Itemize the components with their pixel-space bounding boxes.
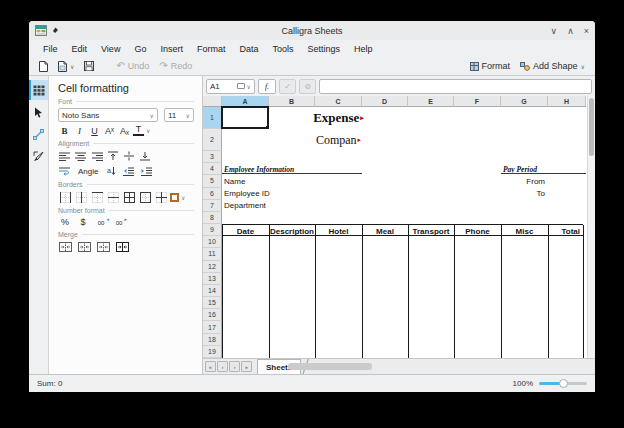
cell-reference-combo[interactable]: A1 ∨ — [206, 79, 255, 94]
align-center-horizontal-button[interactable] — [74, 150, 88, 162]
calligraphy-tool-button[interactable] — [29, 146, 48, 166]
border-color-chevron-icon[interactable]: ∨ — [181, 194, 185, 201]
menu-insert[interactable]: Insert — [154, 42, 189, 56]
minimize-button[interactable]: ∨ — [551, 26, 558, 36]
row-header-3[interactable]: 3 — [203, 151, 222, 163]
border-outer-button[interactable] — [138, 191, 152, 203]
cancel-formula-button[interactable]: ⊘ — [299, 79, 316, 94]
spreadsheet-grid[interactable]: ABCDEFGH12345678910111213141516171819Exp… — [203, 96, 595, 358]
redo-button[interactable]: ↷ Redo — [156, 60, 195, 72]
row-header-2[interactable]: 2 — [203, 129, 222, 151]
maximize-button[interactable]: ∧ — [567, 26, 574, 36]
border-center-vertical-button[interactable] — [74, 191, 88, 203]
row-header-7[interactable]: 7 — [203, 200, 222, 212]
column-header-H[interactable]: H — [548, 96, 586, 107]
row-header-6[interactable]: 6 — [203, 188, 222, 200]
open-chevron-icon[interactable]: ∨ — [70, 63, 74, 70]
menu-data[interactable]: Data — [233, 42, 264, 56]
vertical-scrollbar[interactable] — [587, 96, 595, 358]
border-inner-vertical-button[interactable] — [154, 191, 168, 203]
align-center-vertical-button[interactable] — [122, 150, 136, 162]
select-all-corner[interactable] — [203, 96, 222, 107]
wrap-text-button[interactable] — [58, 165, 72, 177]
row-header-11[interactable]: 11 — [203, 248, 222, 260]
menu-edit[interactable]: Edit — [66, 42, 94, 56]
text-color-chevron-icon[interactable]: ∨ — [146, 127, 150, 134]
row-header-8[interactable]: 8 — [203, 212, 222, 224]
previous-sheet-button[interactable]: ‹ — [217, 361, 228, 372]
insert-function-button[interactable]: f. — [258, 79, 276, 94]
format-button[interactable]: Format — [467, 60, 514, 72]
selection-tool-button[interactable] — [29, 102, 48, 122]
row-header-17[interactable]: 17 — [203, 321, 222, 333]
row-header-1[interactable]: 1 — [203, 107, 222, 129]
zoom-slider[interactable] — [539, 379, 587, 388]
horizontal-scrollbar-thumb[interactable] — [288, 363, 372, 370]
next-sheet-button[interactable]: › — [229, 361, 240, 372]
row-header-10[interactable]: 10 — [203, 236, 222, 248]
unmerge-cells-button[interactable] — [115, 241, 129, 253]
row-header-18[interactable]: 18 — [203, 334, 222, 346]
menu-tools[interactable]: Tools — [266, 42, 299, 56]
decrease-decimal-button[interactable]: 00▸ — [112, 217, 126, 227]
increase-decimal-button[interactable]: 00◂ — [94, 217, 108, 227]
vertical-scrollbar-thumb[interactable] — [589, 98, 594, 156]
row-header-19[interactable]: 19 — [203, 346, 222, 358]
column-header-G[interactable]: G — [501, 96, 548, 107]
menu-help[interactable]: Help — [348, 42, 379, 56]
currency-format-button[interactable]: $ — [76, 217, 90, 227]
border-inner-horizontal-button[interactable] — [106, 191, 120, 203]
merge-horizontal-button[interactable] — [77, 241, 91, 253]
border-all-button[interactable] — [122, 191, 136, 203]
align-bottom-button[interactable] — [138, 150, 152, 162]
add-shape-button[interactable]: Add Shape ∨ — [517, 60, 588, 72]
row-header-9[interactable]: 9 — [203, 224, 222, 236]
align-left-button[interactable] — [58, 150, 72, 162]
undo-button[interactable]: ↶ Undo — [113, 60, 152, 72]
menu-file[interactable]: File — [37, 42, 64, 56]
row-header-4[interactable]: 4 — [203, 163, 222, 175]
row-header-15[interactable]: 15 — [203, 297, 222, 309]
superscript-button[interactable]: Aˣ — [103, 126, 116, 136]
apply-formula-button[interactable]: ✓ — [279, 79, 296, 94]
column-header-C[interactable]: C — [315, 96, 362, 107]
indent-less-button[interactable] — [122, 165, 136, 177]
column-header-E[interactable]: E — [408, 96, 454, 107]
selection-fill-handle[interactable] — [266, 126, 269, 129]
close-button[interactable]: × — [584, 26, 589, 36]
menu-go[interactable]: Go — [128, 42, 152, 56]
align-right-button[interactable] — [90, 150, 104, 162]
merge-cells-button[interactable] — [58, 241, 72, 253]
subscript-button[interactable]: Aₓ — [118, 126, 131, 136]
menu-format[interactable]: Format — [191, 42, 232, 56]
row-header-16[interactable]: 16 — [203, 309, 222, 321]
text-color-button[interactable]: T — [133, 125, 144, 136]
row-header-5[interactable]: 5 — [203, 175, 222, 187]
indent-more-button[interactable] — [140, 165, 154, 177]
font-family-select[interactable]: Noto Sans ∨ — [58, 108, 158, 122]
first-sheet-button[interactable]: « — [205, 361, 216, 372]
italic-button[interactable]: I — [73, 126, 86, 136]
column-header-B[interactable]: B — [269, 96, 315, 107]
menu-view[interactable]: View — [95, 42, 126, 56]
angle-button[interactable]: Angle — [76, 167, 100, 176]
font-size-select[interactable]: 11 ∨ — [164, 108, 194, 122]
cell-tool-button[interactable] — [29, 80, 48, 100]
border-color-button[interactable] — [170, 193, 179, 202]
column-header-F[interactable]: F — [454, 96, 501, 107]
underline-button[interactable]: U — [88, 126, 101, 136]
percent-format-button[interactable]: % — [58, 217, 72, 227]
last-sheet-button[interactable]: » — [241, 361, 252, 372]
align-top-button[interactable] — [106, 150, 120, 162]
row-header-13[interactable]: 13 — [203, 273, 222, 285]
pin-icon[interactable] — [51, 27, 59, 35]
zoom-slider-handle[interactable] — [559, 379, 568, 388]
row-header-12[interactable]: 12 — [203, 261, 222, 273]
new-document-button[interactable] — [36, 60, 51, 73]
border-left-right-button[interactable] — [58, 191, 72, 203]
selected-cell-A1[interactable] — [221, 106, 269, 129]
row-header-14[interactable]: 14 — [203, 285, 222, 297]
merge-vertical-button[interactable] — [96, 241, 110, 253]
connector-tool-button[interactable] — [29, 124, 48, 144]
border-top-button[interactable] — [90, 191, 104, 203]
